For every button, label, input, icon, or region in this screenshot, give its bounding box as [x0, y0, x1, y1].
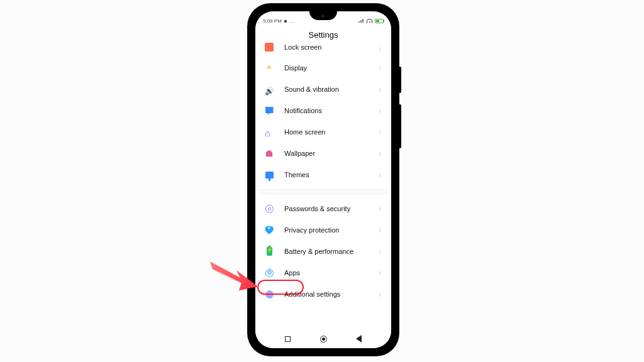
settings-row-label: Additional settings	[284, 290, 379, 298]
chevron-right-icon: ›	[379, 203, 381, 214]
phone-bezel: 5:09 PM ■ Settings Lock screen›Display›S…	[252, 8, 395, 352]
svg-marker-0	[210, 261, 258, 290]
phone-frame: 5:09 PM ■ Settings Lock screen›Display›S…	[248, 4, 399, 356]
phone-side-button-top	[399, 67, 401, 93]
android-nav-bar	[255, 329, 391, 348]
nav-recents-button[interactable]	[285, 336, 291, 342]
settings-row-label: Battery & performance	[284, 248, 379, 255]
settings-row-display[interactable]: Display›	[259, 57, 387, 79]
settings-row-passwords-security[interactable]: Passwords & security›	[259, 198, 387, 219]
settings-row-label: Apps	[284, 269, 379, 277]
chevron-right-icon: ›	[379, 169, 381, 180]
page-title: Settings	[255, 26, 391, 45]
settings-row-sound-vibration[interactable]: Sound & vibration›	[259, 79, 387, 100]
chevron-right-icon: ›	[379, 224, 381, 236]
battery-icon	[375, 19, 384, 23]
group-separator	[259, 189, 387, 194]
status-misc-icons	[290, 18, 296, 24]
chevron-right-icon: ›	[379, 84, 381, 95]
chevron-right-icon: ›	[379, 43, 381, 55]
chevron-right-icon: ›	[379, 267, 381, 278]
chevron-right-icon: ›	[379, 288, 381, 300]
settings-row-label: Wallpaper	[284, 150, 379, 157]
settings-row-additional-settings[interactable]: Additional settings›	[259, 283, 387, 305]
chevron-right-icon: ›	[379, 126, 381, 138]
themes-icon	[263, 168, 275, 181]
settings-row-label: Privacy protection	[284, 226, 379, 234]
settings-row-label: Themes	[284, 171, 379, 178]
settings-row-lock-screen[interactable]: Lock screen›	[259, 45, 387, 57]
display-icon	[263, 62, 275, 74]
additional-settings-icon	[263, 288, 275, 300]
callout-arrow	[210, 261, 258, 290]
settings-row-wallpaper[interactable]: Wallpaper›	[259, 143, 387, 164]
settings-row-notifications[interactable]: Notifications›	[259, 100, 387, 121]
settings-row-themes[interactable]: Themes›	[259, 164, 387, 185]
chevron-right-icon: ›	[379, 105, 381, 116]
lock-screen-icon	[263, 41, 275, 53]
chevron-right-icon: ›	[379, 62, 381, 74]
wallpaper-icon	[263, 147, 275, 160]
settings-row-label: Display	[284, 64, 379, 72]
nav-home-button[interactable]	[320, 336, 327, 343]
settings-row-apps[interactable]: Apps›	[259, 262, 387, 283]
settings-row-label: Passwords & security	[284, 205, 379, 212]
apps-icon	[263, 266, 275, 279]
settings-row-privacy-protection[interactable]: Privacy protection›	[259, 219, 387, 241]
status-rec-icon: ■	[284, 18, 287, 24]
settings-list: Lock screen›Display›Sound & vibration›No…	[255, 45, 391, 305]
phone-side-button-bottom	[399, 104, 401, 148]
settings-row-home-screen[interactable]: Home screen›	[259, 121, 387, 143]
nav-back-button[interactable]	[356, 335, 362, 343]
settings-row-label: Sound & vibration	[284, 85, 379, 93]
chevron-right-icon: ›	[379, 246, 381, 257]
settings-row-label: Home screen	[284, 128, 379, 136]
settings-row-label: Notifications	[284, 107, 379, 114]
status-bar-right	[358, 19, 384, 23]
status-bar-left: 5:09 PM ■	[263, 18, 296, 24]
sound-vibration-icon	[263, 83, 275, 96]
settings-group-system: Passwords & security›Privacy protection›…	[259, 198, 387, 305]
settings-row-label: Lock screen	[284, 43, 379, 51]
privacy-protection-icon	[263, 224, 275, 236]
settings-row-battery-performance[interactable]: Battery & performance›	[259, 241, 387, 262]
wifi-icon	[367, 19, 372, 23]
status-time: 5:09 PM	[263, 18, 282, 24]
notifications-icon	[263, 104, 275, 117]
front-camera	[321, 13, 326, 19]
settings-group-display: Lock screen›Display›Sound & vibration›No…	[259, 45, 387, 185]
home-screen-icon	[263, 126, 275, 138]
stage: 5:09 PM ■ Settings Lock screen›Display›S…	[0, 0, 644, 362]
chevron-right-icon: ›	[379, 148, 381, 159]
phone-screen: 5:09 PM ■ Settings Lock screen›Display›S…	[255, 11, 391, 348]
passwords-security-icon	[263, 202, 275, 215]
battery-performance-icon	[263, 245, 275, 258]
signal-icon	[358, 19, 364, 23]
